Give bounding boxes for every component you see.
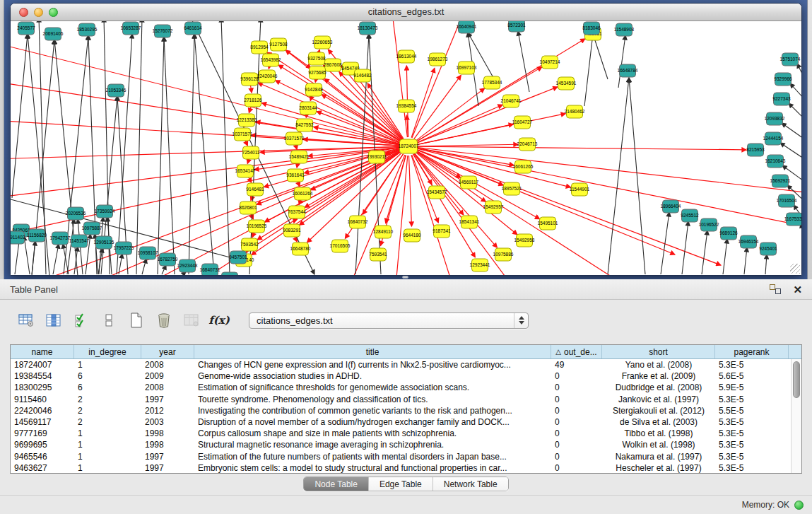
column-header-out_de[interactable]: △out_de...: [551, 345, 602, 358]
graph-node-label: 10653287: [121, 25, 141, 30]
table-cell: 2: [74, 395, 141, 404]
status-bar: Memory: OK: [0, 495, 812, 514]
graph-node-label: 20691406: [43, 31, 64, 36]
graph-node-label: 9146481: [246, 187, 264, 192]
table-cell: 5.3E-5: [715, 452, 789, 462]
graph-edge: [629, 78, 645, 274]
graph-node-label: 16640941: [457, 24, 477, 29]
graph-node-label: 16061264: [293, 191, 313, 196]
table-row[interactable]: 2242004622012Investigating the contribut…: [11, 405, 791, 416]
graph-edge: [409, 156, 412, 226]
table-cell: 1997: [141, 463, 194, 473]
close-panel-icon[interactable]: ✕: [793, 284, 802, 295]
network-view-window[interactable]: citations_edges.txt 89129541654398222420…: [10, 3, 802, 276]
table-cell: 5.3E-5: [715, 463, 789, 473]
table-row[interactable]: 1938455462009Genome-wide association stu…: [11, 370, 791, 382]
graph-edge: [12, 34, 28, 198]
graph-node-label: 18724007: [399, 144, 419, 148]
select-columns-icon[interactable]: [72, 310, 90, 330]
graph-node-label: 23930211: [367, 154, 387, 159]
graph-node-label: 8215953: [746, 147, 765, 152]
network-table-selector[interactable]: citations_edges.txt: [249, 313, 529, 329]
column-header-pagerank[interactable]: pagerank: [715, 345, 789, 358]
memory-ok-led-icon: [794, 501, 804, 510]
table-cell: 2: [74, 406, 141, 416]
column-header-name[interactable]: name: [11, 345, 74, 358]
table-cell: Yano et al. (2008): [602, 360, 715, 370]
table-cell: 9777169: [11, 428, 74, 438]
graph-node-label: 7637544: [288, 209, 306, 214]
graph-node-label: 9187341: [433, 228, 451, 233]
graph-edge: [782, 123, 801, 140]
table-row[interactable]: 1872400712008Changes of HCN gene express…: [11, 359, 791, 370]
table-row[interactable]: 946362711997Embryonic stem cells: a mode…: [11, 462, 791, 473]
graph-edge: [765, 255, 767, 274]
graph-node-label: 16840732: [348, 219, 368, 224]
table-cell: 6: [74, 371, 141, 381]
graph-node-label: 12260653: [312, 40, 333, 45]
table-cell: Structural magnetic resonance image aver…: [194, 440, 551, 450]
show-column-icon[interactable]: [45, 310, 63, 330]
graph-edge: [298, 181, 300, 186]
graph-node-label: 8427552: [295, 122, 314, 127]
table-cell: 2003: [141, 417, 194, 427]
table-row[interactable]: 946554611997Estimation of the future num…: [11, 451, 791, 462]
graph-edge: [789, 103, 801, 120]
graph-node-label: 10371571: [233, 132, 253, 136]
new-document-icon[interactable]: [127, 310, 146, 330]
table-cell: 5.6E-5: [715, 371, 789, 381]
network-window-titlebar[interactable]: citations_edges.txt: [11, 4, 801, 21]
table-cell: Stergiakouli et al. (2012): [602, 406, 715, 416]
column-header-in_degree[interactable]: in_degree: [74, 345, 141, 358]
table-cell: 0: [551, 463, 602, 473]
table-row[interactable]: 911546021997Tourette syndrome. Phenomeno…: [11, 394, 791, 405]
float-panel-icon[interactable]: [769, 284, 782, 295]
table-row[interactable]: 969969511998Structural magnetic resonanc…: [11, 439, 791, 450]
graph-node-label: 9142848: [305, 87, 323, 92]
table-settings-icon[interactable]: [17, 310, 35, 330]
graph-edge: [608, 78, 629, 274]
graph-edge: [136, 21, 142, 274]
graph-edge: [418, 144, 518, 146]
table-cell: Wolkin et al. (1998): [602, 440, 715, 450]
graph-node-label: 9644180: [403, 233, 421, 238]
table-cell: Hescheler et al. (1997): [602, 463, 715, 473]
function-builder-icon[interactable]: f(x): [210, 310, 228, 330]
table-row[interactable]: 1830029562008Estimation of significance …: [11, 382, 791, 393]
graph-node-label: 10371570: [284, 136, 305, 141]
table-header-row: namein_degreeyeartitle△out_de...shortpag…: [11, 345, 801, 359]
table-cell: Tourette syndrome. Phenomenology and cla…: [194, 395, 551, 404]
graph-node-label: 17016504: [777, 198, 797, 203]
tab-edge-table[interactable]: Edge Table: [368, 477, 433, 491]
splitter-handle[interactable]: [402, 276, 408, 279]
combo-arrows-icon: [514, 313, 528, 328]
network-canvas[interactable]: 8912954165439822242004693961282718126122…: [11, 21, 801, 275]
table-cell: 2008: [141, 382, 194, 392]
table-scrollbar[interactable]: [791, 359, 801, 473]
trash-icon[interactable]: [155, 310, 173, 330]
memory-status-label: Memory: OK: [742, 500, 789, 510]
table-cell: 9465546: [11, 452, 74, 462]
graph-node-label: 15276072: [153, 28, 173, 33]
table-row[interactable]: 977716911998Corpus callosum shape and si…: [11, 428, 791, 439]
graph-node-label: 9361641: [286, 173, 305, 177]
graph-node-label: 12923441: [470, 262, 490, 267]
graph-node-label: 9245512: [681, 213, 699, 218]
graph-edge: [164, 37, 175, 274]
window-resize-grip[interactable]: [790, 264, 800, 274]
graph-node-label: 15492957: [483, 204, 504, 209]
tab-network-table[interactable]: Network Table: [433, 477, 508, 491]
scrollbar-thumb[interactable]: [793, 361, 800, 398]
table-cell: 9699695: [11, 440, 74, 450]
table-cell: Nakamura et al. (1997): [602, 452, 715, 462]
column-header-title[interactable]: title: [194, 345, 551, 358]
graph-node-label: 11451547: [69, 238, 90, 243]
row-height-icon[interactable]: [100, 310, 118, 330]
table-cell: 0: [551, 406, 602, 416]
table-row[interactable]: 1456911722003Disruption of a novel membe…: [11, 416, 791, 428]
graph-node[interactable]: [222, 272, 238, 275]
column-header-short[interactable]: short: [602, 345, 715, 358]
graph-node-label: 8626801: [239, 205, 257, 210]
tab-node-table[interactable]: Node Table: [304, 477, 368, 491]
column-header-year[interactable]: year: [141, 345, 194, 358]
